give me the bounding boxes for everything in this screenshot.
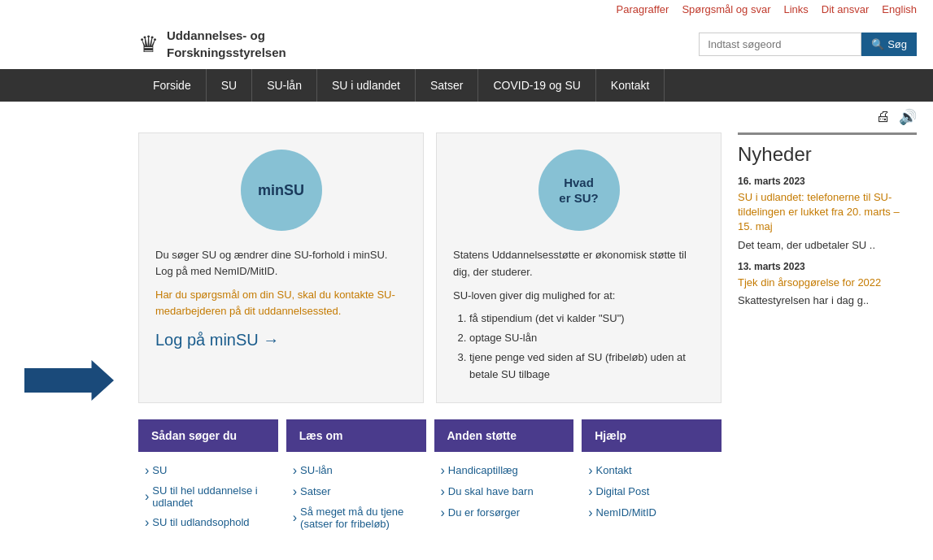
link-forsoerger[interactable]: Du er forsørger	[434, 502, 574, 523]
list-item-3: tjene penge ved siden af SU (fribeløb) u…	[469, 349, 704, 384]
print-icon[interactable]: 🖨	[876, 108, 891, 126]
section-saadan-soger-du-header: Sådan søger du	[138, 419, 278, 452]
audio-icon[interactable]: 🔊	[899, 108, 917, 126]
list-item-2: optage SU-lån	[469, 330, 704, 347]
news-item-2: 13. marts 2023 Tjek din årsopgørelse for…	[738, 261, 917, 308]
arrow-container	[24, 360, 114, 401]
nav-forside[interactable]: Forside	[138, 69, 207, 102]
minsu-body: Du søger SU og ændrer dine SU-forhold i …	[155, 247, 407, 319]
link-su[interactable]: SU	[138, 460, 278, 481]
section-saadan-soger-du: Sådan søger du SU SU til hel uddannelse …	[138, 419, 278, 541]
section-anden-stoette-header: Anden støtte	[434, 419, 574, 452]
nav-sudlandet[interactable]: SU i udlandet	[317, 69, 416, 102]
news-desc-2: Skattestyrelsen har i dag g..	[738, 293, 917, 308]
news-item-1: 16. marts 2023 SU i udlandet: telefonern…	[738, 176, 917, 253]
hvad-er-su-circle: Hvad er SU?	[538, 150, 620, 231]
link-satser[interactable]: Satser	[286, 481, 426, 502]
header: ♛ Uddannelses- og Forskningsstyrelsen 🔍 …	[0, 19, 933, 69]
logo-text: Uddannelses- og Forskningsstyrelsen	[167, 27, 286, 61]
toolbar-icons: 🖨 🔊	[0, 102, 933, 132]
search-button[interactable]: 🔍 Søg	[861, 33, 917, 56]
news-date-2: 13. marts 2023	[738, 261, 917, 272]
section-laes-om-body: SU-lån Satser Så meget må du tjene (sats…	[286, 452, 426, 541]
login-link[interactable]: Log på minSU →	[155, 331, 407, 349]
top-bar: Paragraffer Spørgsmål og svar Links Dit …	[0, 0, 933, 19]
section-anden-stoette-body: Handicaptillæg Du skal have barn Du er f…	[434, 452, 574, 532]
nav-bar: Forside SU SU-lån SU i udlandet Satser C…	[0, 69, 933, 102]
link-barn[interactable]: Du skal have barn	[434, 481, 574, 502]
page-body: minSU Du søger SU og ændrer dine SU-forh…	[0, 132, 933, 541]
search-input[interactable]	[699, 33, 861, 56]
top-link-ansvar[interactable]: Dit ansvar	[822, 3, 870, 15]
nav-satser[interactable]: Satser	[416, 69, 478, 102]
arrow-icon	[24, 360, 114, 401]
hvad-er-su-body: Statens Uddannelsesstøtte er økonomisk s…	[453, 247, 704, 384]
minsu-circle: minSU	[241, 150, 322, 231]
hvad-er-su-card: Hvad er SU? Statens Uddannelsesstøtte er…	[436, 132, 722, 403]
link-sulaan[interactable]: SU-lån	[286, 460, 426, 481]
logo-area: ♛ Uddannelses- og Forskningsstyrelsen	[138, 27, 286, 61]
news-link-1[interactable]: SU i udlandet: telefonerne til SU-tildel…	[738, 190, 917, 235]
nav-kontakt[interactable]: Kontakt	[596, 69, 665, 102]
link-handicap[interactable]: Handicaptillæg	[434, 460, 574, 481]
section-laes-om-header: Læs om	[286, 419, 426, 452]
list-item-1: få stipendium (det vi kalder "SU")	[469, 310, 704, 328]
left-content: minSU Du søger SU og ændrer dine SU-forh…	[138, 132, 722, 541]
search-area: 🔍 Søg	[699, 33, 917, 56]
link-digital-post[interactable]: Digital Post	[582, 481, 722, 502]
news-desc-1: Det team, der udbetaler SU ..	[738, 238, 917, 253]
section-hjaelp-header: Hjælp	[582, 419, 722, 452]
section-hjaelp-body: Kontakt Digital Post NemID/MitID	[582, 452, 722, 532]
cards-row: minSU Du søger SU og ændrer dine SU-forh…	[138, 132, 722, 403]
minsu-card: minSU Du søger SU og ændrer dine SU-forh…	[138, 132, 424, 403]
link-su-hel[interactable]: SU til hel uddannelse i udlandet	[138, 481, 278, 512]
link-kontakt[interactable]: Kontakt	[582, 460, 722, 481]
nav-sulaan[interactable]: SU-lån	[252, 69, 317, 102]
section-anden-stoette: Anden støtte Handicaptillæg Du skal have…	[434, 419, 574, 541]
top-link-links[interactable]: Links	[783, 3, 808, 15]
link-su-udland[interactable]: SU til udlandsophold	[138, 512, 278, 533]
search-icon: 🔍	[871, 38, 884, 50]
news-title: Nyheder	[738, 132, 917, 166]
news-sidebar: Nyheder 16. marts 2023 SU i udlandet: te…	[738, 132, 917, 541]
bottom-links: Sådan søger du SU SU til hel uddannelse …	[138, 419, 722, 541]
news-link-2[interactable]: Tjek din årsopgørelse for 2022	[738, 276, 917, 290]
top-link-english[interactable]: English	[882, 3, 917, 15]
news-date-1: 16. marts 2023	[738, 176, 917, 187]
nav-covid[interactable]: COVID-19 og SU	[478, 69, 595, 102]
link-fribelob[interactable]: Så meget må du tjene (satser for fribelø…	[286, 502, 426, 533]
crown-icon: ♛	[138, 31, 159, 58]
section-saadan-soger-du-body: SU SU til hel uddannelse i udlandet SU t…	[138, 452, 278, 541]
nav-su[interactable]: SU	[207, 69, 252, 102]
section-laes-om: Læs om SU-lån Satser Så meget må du tjen…	[286, 419, 426, 541]
link-nemid[interactable]: NemID/MitID	[582, 502, 722, 523]
section-hjaelp: Hjælp Kontakt Digital Post NemID/MitID	[582, 419, 722, 541]
top-link-paragraffer[interactable]: Paragraffer	[617, 3, 669, 15]
top-link-svar[interactable]: Spørgsmål og svar	[682, 3, 770, 15]
